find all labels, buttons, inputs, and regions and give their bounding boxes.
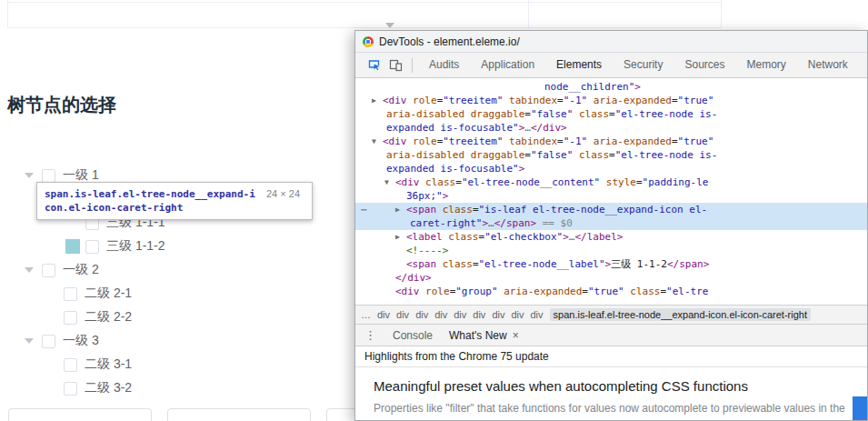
breadcrumb-overflow[interactable]: … [361,309,371,320]
inspect-element-button[interactable] [363,55,384,76]
breadcrumb-item[interactable]: div [396,309,409,320]
api-table-fragment [7,0,722,28]
tree-node[interactable]: 一级 3 [0,329,351,353]
whats-new-image-fragment [853,396,867,420]
code-token: > [519,163,525,175]
breadcrumb-item[interactable]: div [492,309,504,320]
tab-network[interactable]: Network [797,53,859,77]
tree-node-label: 一级 3 [63,333,99,349]
partial-button[interactable] [8,408,152,421]
code-token: <span [406,204,436,216]
dom-node-line[interactable]: ⋯▶<span class="is-leaf el-tree-node__exp… [355,203,867,216]
tab-performance[interactable]: Performance [859,53,867,77]
dom-node-line[interactable]: <!----> [355,244,867,257]
breadcrumb-item[interactable]: div [531,309,544,320]
checkbox[interactable] [64,358,77,372]
dom-node-line[interactable]: caret-right">…</span> == $0 [355,216,867,230]
tree-node[interactable]: 一级 2 [0,258,351,282]
checkbox[interactable] [64,382,77,396]
checkbox[interactable] [85,240,99,254]
inspect-tooltip: span.is-leaf.el-tree-node__expand-icon.e… [36,182,313,220]
code-token: expanded is-focusable" [386,122,519,134]
dom-node-line[interactable]: ▼<div role="treeitem" tabindex="-1" aria… [355,135,867,148]
dom-node-line[interactable]: expanded is-focusable">…</div> [355,121,867,135]
disclosure-arrow-icon[interactable]: ▶ [372,94,383,107]
code-token: node__children" [544,81,634,93]
overflow-dots-icon[interactable]: ⋯ [361,203,368,216]
breadcrumb-item[interactable]: div [454,309,466,320]
code-token: aria-disabled [386,108,464,120]
code-token: caret-right" [410,217,482,229]
breadcrumb-item[interactable]: div [434,309,447,320]
code-token: > [634,81,641,93]
dom-node-line[interactable]: ▶<div role="treeitem" tabindex="-1" aria… [355,94,867,107]
dom-node-line[interactable]: expanded is-focusable"> [355,162,867,175]
dom-node-line[interactable]: ▼<div class="el-tree-node__content" styl… [355,175,867,189]
code-token: class [443,231,479,243]
code-token: </div> [395,272,432,284]
device-toolbar-button[interactable] [384,55,406,76]
caret-down-icon[interactable] [25,338,34,344]
tab-audits[interactable]: Audits [418,53,470,77]
tab-elements[interactable]: Elements [545,53,613,77]
caret-down-icon[interactable] [25,173,34,178]
dom-node-line[interactable]: <span class="el-tree-node__label">三级 1-1… [355,257,867,271]
disclosure-arrow-icon[interactable]: ▼ [384,175,395,189]
code-token: = [524,149,531,161]
disclosure-arrow-icon[interactable]: ▼ [372,135,383,148]
code-token: aria-expanded [587,95,672,106]
disclosure-arrow-icon[interactable]: ▶ [395,203,406,216]
tab-whats-new[interactable]: What's New× [449,329,519,342]
tab-application[interactable]: Application [470,53,545,77]
code-token: aria-expanded [498,286,583,297]
dom-node-line[interactable]: ▶<label class="el-checkbox">…</label> [355,230,867,244]
breadcrumb-item-selected[interactable]: span.is-leaf.el-tree-node__expand-icon.e… [550,308,811,321]
breadcrumb-item[interactable]: div [511,309,524,320]
checkbox[interactable] [42,264,55,277]
dom-node-line[interactable]: aria-disabled draggable="false" class="e… [355,148,867,162]
code-token: class [436,258,473,270]
whats-new-tab-label: What's New [449,329,507,342]
dom-node-line[interactable]: </div> [355,271,867,285]
devtools-titlebar[interactable]: DevTools - element.eleme.io/ [355,31,867,53]
breadcrumb-item[interactable]: div [415,309,428,320]
tab-memory[interactable]: Memory [736,53,797,77]
code-token: … [524,122,531,134]
code-token: "el-tree-node is- [615,108,718,120]
caret-down-icon[interactable] [25,267,34,273]
tab-security[interactable]: Security [613,53,673,77]
tree-node[interactable]: 二级 2-1 [0,282,351,306]
checkbox[interactable] [64,287,77,301]
code-token: class [573,108,609,120]
tree-node[interactable]: 二级 2-2 [0,306,351,329]
code-token: </div> [531,122,567,134]
drawer-tab-bar: ⋮ Console What's New× [355,324,867,346]
close-icon[interactable]: × [513,329,519,342]
checkbox[interactable] [42,169,55,183]
devtools-panel-tabs: AuditsApplicationElementsSecuritySources… [418,53,867,77]
kebab-menu-icon[interactable]: ⋮ [364,328,376,342]
tree-node[interactable]: 二级 3-1 [0,353,351,376]
tab-sources[interactable]: Sources [673,53,735,77]
dom-node-line[interactable]: aria-disabled draggable="false" class="e… [355,107,867,121]
tab-console[interactable]: Console [393,329,433,342]
code-token: <label [406,231,443,243]
tree-node-label: 二级 2-1 [85,286,132,302]
breadcrumb-item[interactable]: div [473,309,485,320]
checkbox[interactable] [64,311,77,325]
tree-node[interactable]: 二级 3-2 [0,376,351,400]
dom-node-line[interactable]: node__children"> [355,80,867,94]
checkbox[interactable] [42,335,55,348]
partial-button[interactable] [167,408,311,421]
code-token: "-1" [564,95,588,106]
dom-node-line[interactable]: <div role="group" aria-expanded="true" c… [355,285,867,298]
disclosure-arrow-icon[interactable]: ▶ [395,230,406,244]
code-token: expanded is-focusable" [386,163,519,175]
dom-node-line[interactable]: 36px;"> [355,189,867,203]
code-token: <div [395,176,420,188]
tree-node[interactable]: 三级 1-1-2 [0,235,351,258]
breadcrumb-item[interactable]: div [377,309,390,320]
code-token: "false" [531,108,573,120]
inspect-cursor-icon [367,58,381,72]
code-token: draggable [464,108,524,120]
